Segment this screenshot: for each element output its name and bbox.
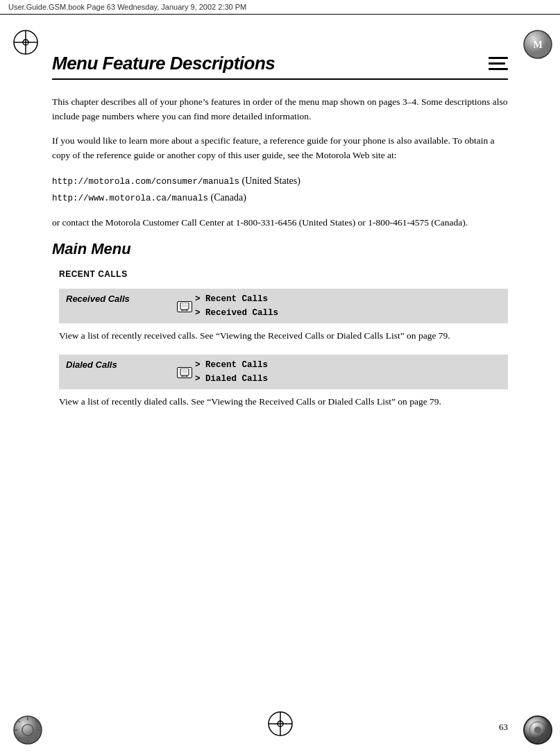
url1: http://motorola.com/consumer/manuals [52,177,239,187]
dialed-calls-path-line1: > Recent Calls [195,358,268,372]
main-menu-heading: Main Menu [52,240,508,258]
recent-calls-label: Recent Calls [59,269,508,279]
intro-paragraph-2: If you would like to learn more about a … [52,134,508,163]
dialed-calls-row: Dialed Calls > Recent Calls > Dialed Cal… [59,355,508,389]
main-content: Menu Feature Descriptions This chapter d… [52,53,508,409]
url2: http://www.motorola.ca/manuals [52,194,208,203]
url1-line: http://motorola.com/consumer/manuals (Un… [52,173,508,189]
corner-decoration-tl [12,29,37,54]
dialed-calls-path: > Recent Calls > Dialed Calls [177,358,268,386]
received-calls-path: > Recent Calls > Received Calls [177,292,278,320]
top-bar: User.Guide.GSM.book Page 63 Wednesday, J… [0,0,560,15]
page-header: Menu Feature Descriptions [52,53,508,80]
corner-decoration-bl [12,715,37,740]
menu-line-2 [489,62,505,65]
svg-point-18 [534,727,541,733]
url2-line: http://www.motorola.ca/manuals (Canada) [52,189,508,206]
received-calls-path-line2: > Received Calls [195,306,278,320]
received-calls-path-line1: > Recent Calls [195,292,278,306]
svg-rect-27 [182,304,187,307]
top-bar-text: User.Guide.GSM.book Page 63 Wednesday, J… [8,3,246,11]
svg-text:M: M [533,40,542,50]
menu-line-1 [489,57,508,59]
dialed-calls-description: View a list of recently dialed calls. Se… [59,395,508,409]
page-number: 63 [499,722,508,733]
corner-decoration-tr: M [523,29,548,54]
url-block: http://motorola.com/consumer/manuals (Un… [52,173,508,207]
received-calls-name: Received Calls [66,292,177,304]
contact-text: or contact the Motorola Customer Call Ce… [52,216,508,230]
url1-suffix: (United States) [239,176,300,186]
received-calls-description: View a list of recently received calls. … [59,329,508,343]
menu-lines-icon [489,57,508,70]
dialed-calls-path-line2: > Dialed Calls [195,372,268,386]
bottom-center-cross [267,711,294,740]
received-calls-path-text: > Recent Calls > Received Calls [195,292,278,320]
intro-paragraph-1: This chapter describes all of your phone… [52,95,508,124]
menu-line-3 [489,68,508,70]
corner-decoration-br [523,715,548,740]
dialed-calls-name: Dialed Calls [66,358,177,370]
svg-rect-32 [182,370,187,373]
page-title: Menu Feature Descriptions [52,53,275,74]
url2-suffix: (Canada) [208,192,246,203]
phone-icon-received [177,301,192,312]
received-calls-row: Received Calls > Recent Calls > Received… [59,289,508,323]
dialed-calls-path-text: > Recent Calls > Dialed Calls [195,358,268,386]
phone-icon-dialed [177,367,192,378]
